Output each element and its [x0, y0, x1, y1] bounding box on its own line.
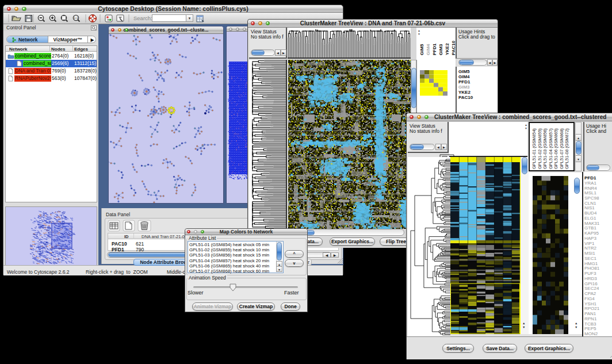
svg-text:1:1: 1:1: [74, 16, 78, 20]
